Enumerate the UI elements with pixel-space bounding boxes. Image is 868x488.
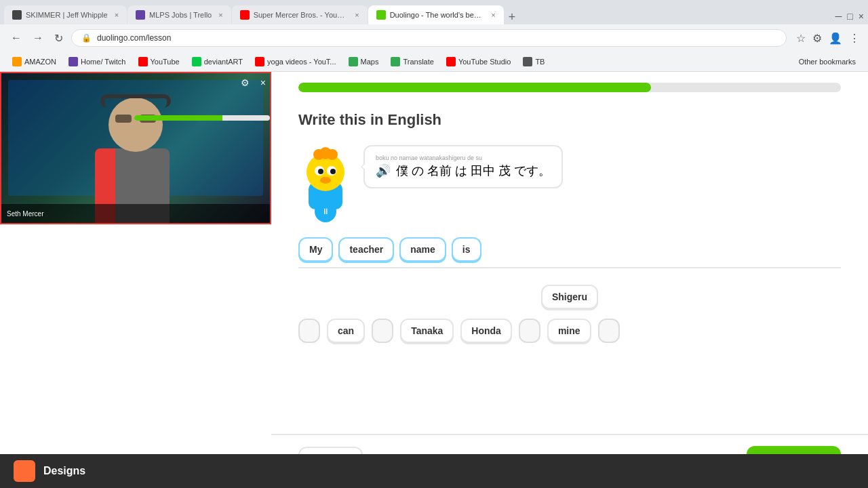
bookmark-ytstudio-label: YouTube Studio (458, 58, 511, 66)
bookmark-maps[interactable]: Maps (344, 56, 383, 68)
tb-icon (523, 57, 532, 66)
bookmark-amazon[interactable]: AMAZON (8, 56, 60, 68)
footer-logo (14, 460, 35, 482)
address-bar: ← → ↻ 🔒 duolingo.com/lesson ☆ ⚙ 👤 ⋮ (0, 24, 868, 52)
bookmark-tb[interactable]: TB (519, 56, 549, 68)
progress-section (271, 72, 868, 98)
romaji-text: boku no namae watanakashigeru de su (376, 155, 551, 161)
webcam-label: Seth Mercer (7, 210, 43, 218)
url-box[interactable]: 🔒 duolingo.com/lesson (71, 29, 787, 47)
lesson-progress-fill-overlay (134, 115, 222, 121)
selected-word-is[interactable]: is (452, 237, 481, 262)
translate-icon (391, 57, 400, 66)
character-sentence-area: ⏸ boku no namae watanakashigeru de su 🔊 … (298, 145, 841, 216)
lesson-title: Write this in English (298, 111, 841, 129)
other-bookmarks[interactable]: Other bookmarks (795, 56, 860, 67)
japanese-text: 僕 の 名前 は 田中 茂 です。 (396, 163, 551, 179)
tab-close-skimmer[interactable]: × (115, 11, 119, 19)
lesson-content: Write this in English (271, 98, 868, 434)
bookmark-yoga-label: yoga videos - YouT... (267, 58, 336, 66)
progress-bar-fill (298, 83, 651, 92)
selected-word-name[interactable]: name (399, 237, 446, 262)
word-answer-area: My teacher name is (298, 232, 841, 268)
selected-word-my[interactable]: My (298, 237, 333, 262)
tab-youtube[interactable]: Super Mercer Bros. - YouTube × (232, 5, 368, 24)
sound-button[interactable]: 🔊 (376, 163, 391, 178)
svg-point-8 (330, 169, 336, 174)
tab-duolingo[interactable]: Duolingo - The world's best way... × (368, 5, 504, 24)
youtube-icon (138, 57, 148, 66)
selected-word-teacher[interactable]: teacher (338, 237, 394, 262)
word-chip-empty-4 (598, 319, 620, 343)
tab-favicon-youtube (240, 10, 250, 20)
tab-window-controls: ─ □ × (835, 11, 864, 24)
tab-skimmer[interactable]: SKIMMER | Jeff Whipple × (4, 5, 127, 24)
tab-title-skimmer: SKIMMER | Jeff Whipple (26, 11, 108, 19)
tab-title-duolingo: Duolingo - The world's best way... (390, 11, 485, 19)
back-button[interactable]: ← (8, 29, 24, 47)
word-bank: Shigeru can Tanaka Honda mine (298, 279, 841, 348)
close-window-icon[interactable]: × (859, 11, 864, 22)
word-chip-empty-1 (298, 319, 320, 343)
tab-close-youtube[interactable]: × (355, 11, 359, 19)
bookmark-home-label: Home/ Twitch (81, 58, 125, 66)
bookmark-deviantart[interactable]: deviantART (188, 56, 247, 68)
tab-title-mlps: MLPS Jobs | Trello (149, 11, 212, 19)
lesson-progress-bar-overlay (134, 115, 270, 121)
tab-mlps[interactable]: MLPS Jobs | Trello × (127, 5, 231, 24)
bookmark-tb-label: TB (535, 58, 545, 66)
duo-character-container: ⏸ (298, 145, 353, 216)
reload-button[interactable]: ↻ (52, 29, 66, 47)
duolingo-main: Write this in English (271, 72, 868, 488)
bookmarks-bar: AMAZON Home/ Twitch YouTube deviantART y… (0, 52, 868, 72)
bookmark-yoga[interactable]: yoga videos - YouT... (251, 56, 340, 68)
menu-icon[interactable]: ⋮ (849, 32, 860, 45)
word-chip-honda[interactable]: Honda (460, 319, 512, 343)
tab-bar: SKIMMER | Jeff Whipple × MLPS Jobs | Tre… (0, 0, 868, 24)
bookmark-translate-label: Translate (403, 58, 433, 66)
bookmark-ytstudio[interactable]: YouTube Studio (442, 56, 515, 68)
bookmark-home[interactable]: Home/ Twitch (64, 56, 130, 68)
word-chip-can[interactable]: can (327, 319, 365, 343)
deviantart-icon (192, 57, 201, 66)
extensions-icon[interactable]: ⚙ (812, 32, 822, 45)
webcam-close-icon[interactable]: × (260, 77, 266, 88)
tab-favicon-mlps (136, 10, 145, 20)
amazon-icon (12, 57, 22, 66)
lock-icon: 🔒 (81, 33, 92, 43)
yoga-icon (255, 57, 264, 66)
footer-brand: Designs (43, 465, 85, 477)
word-chip-empty-2 (372, 319, 393, 343)
webcam-video (1, 73, 270, 223)
word-chip-empty-3 (519, 319, 540, 343)
pause-button[interactable]: ⏸ (315, 201, 336, 222)
maps-icon (349, 57, 358, 66)
word-chip-tanaka[interactable]: Tanaka (400, 319, 454, 343)
forward-button[interactable]: → (30, 29, 46, 47)
footer-bar: Designs (0, 454, 868, 488)
maximize-icon[interactable]: □ (847, 11, 852, 22)
bookmark-amazon-label: AMAZON (24, 58, 56, 66)
bookmark-translate[interactable]: Translate (387, 56, 437, 68)
word-chip-shigeru[interactable]: Shigeru (541, 285, 598, 309)
webcam-settings-icon[interactable]: ⚙ (241, 77, 250, 88)
bookmark-maps-label: Maps (361, 58, 379, 66)
minimize-icon[interactable]: ─ (835, 11, 842, 22)
japanese-sentence: 🔊 僕 の 名前 は 田中 茂 です。 (376, 163, 551, 179)
tab-title-youtube: Super Mercer Bros. - YouTube (254, 11, 349, 19)
tab-close-duolingo[interactable]: × (491, 11, 495, 19)
new-tab-button[interactable]: + (505, 10, 520, 24)
toolbar-icons: ☆ ⚙ 👤 ⋮ (796, 32, 860, 45)
bookmark-youtube[interactable]: YouTube (134, 56, 184, 68)
bookmark-star-icon[interactable]: ☆ (796, 32, 806, 45)
profile-icon[interactable]: 👤 (829, 32, 842, 45)
url-text: duolingo.com/lesson (97, 33, 776, 43)
svg-point-9 (320, 177, 331, 184)
tab-favicon-skimmer (12, 10, 22, 20)
ytstudio-icon (446, 57, 456, 66)
progress-bar-container (298, 83, 841, 92)
pause-icon-symbol: ⏸ (321, 207, 330, 216)
tab-close-mlps[interactable]: × (218, 11, 222, 19)
word-chip-mine[interactable]: mine (547, 319, 591, 343)
sentence-bubble: boku no namae watanakashigeru de su 🔊 僕 … (363, 145, 563, 188)
